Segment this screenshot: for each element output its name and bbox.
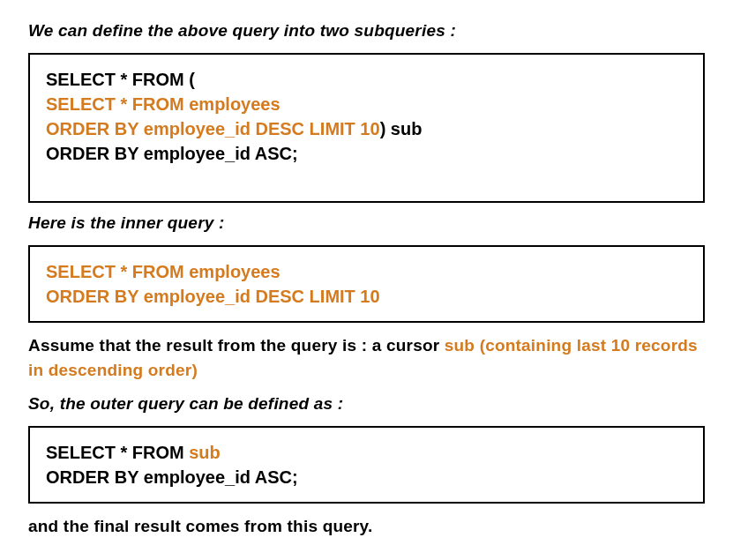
inner-query-span: ORDER BY employee_id DESC LIMIT 10: [46, 119, 380, 138]
code-line: SELECT * FROM (: [46, 67, 687, 92]
code-line: ORDER BY employee_id DESC LIMIT 10) sub: [46, 116, 687, 141]
assume-prefix: Assume that the result from the query is…: [28, 336, 445, 355]
final-text: and the final result comes from this que…: [28, 514, 705, 539]
intro-text-3: So, the outer query can be defined as :: [28, 394, 705, 414]
code-line: ORDER BY employee_id ASC;: [46, 465, 687, 489]
code-span: ) sub: [380, 119, 423, 138]
assume-text: Assume that the result from the query is…: [28, 333, 705, 382]
intro-text-1: We can define the above query into two s…: [28, 21, 705, 41]
inner-query-span: SELECT * FROM employees: [46, 94, 280, 114]
code-line: ORDER BY employee_id ASC;: [46, 141, 687, 166]
code-line: SELECT * FROM employees: [46, 259, 687, 284]
code-span: SELECT * FROM: [46, 443, 189, 462]
sub-span: sub: [189, 443, 221, 462]
code-line: SELECT * FROM employees: [46, 92, 687, 116]
code-box-combined: SELECT * FROM ( SELECT * FROM employees …: [28, 53, 705, 203]
inner-query-span: ORDER BY employee_id DESC LIMIT 10: [46, 287, 380, 306]
code-line: ORDER BY employee_id DESC LIMIT 10: [46, 284, 687, 309]
intro-text-2: Here is the inner query :: [28, 213, 705, 233]
code-box-outer: SELECT * FROM sub ORDER BY employee_id A…: [28, 426, 705, 504]
code-box-inner: SELECT * FROM employees ORDER BY employe…: [28, 245, 705, 323]
code-line: SELECT * FROM sub: [46, 440, 687, 465]
inner-query-span: SELECT * FROM employees: [46, 262, 280, 281]
